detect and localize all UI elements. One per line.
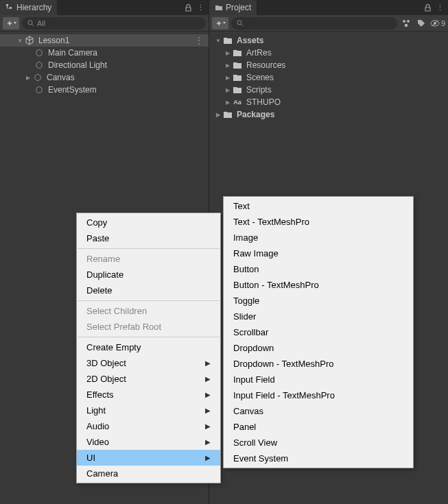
submenu-slider[interactable]: Slider [224, 309, 413, 324]
menu-create-empty[interactable]: Create Empty [77, 339, 220, 355]
submenu-scroll-view[interactable]: Scroll View [224, 435, 413, 451]
gameobject-label: Main Camera [48, 48, 97, 58]
submenu-raw-image[interactable]: Raw Image [224, 245, 413, 261]
menu-2d-object[interactable]: 2D Object▶ [77, 371, 220, 387]
menu-ui[interactable]: UI▶ [77, 450, 220, 466]
folder-icon [223, 110, 233, 119]
menu-3d-object[interactable]: 3D Object▶ [77, 355, 220, 371]
menu-separator [78, 300, 220, 301]
gameobject-icon [34, 60, 44, 70]
hidden-count[interactable]: 9 [430, 19, 445, 27]
foldout-icon[interactable]: ▶ [224, 87, 231, 93]
folder-row[interactable]: ▶ ArtRes [209, 47, 448, 59]
folder-row[interactable]: ▶ Resources [209, 59, 448, 71]
submenu-text-tmp[interactable]: Text - TextMeshPro [224, 214, 413, 230]
chevron-right-icon: ▶ [205, 391, 211, 398]
foldout-icon[interactable]: ▶ [224, 75, 231, 81]
svg-point-3 [237, 21, 241, 25]
submenu-event-system[interactable]: Event System [224, 451, 413, 466]
menu-light[interactable]: Light▶ [77, 403, 220, 418]
more-icon[interactable]: ⋮ [194, 35, 204, 46]
folder-icon [233, 48, 242, 58]
search-text: All [37, 19, 45, 27]
gameobject-icon [34, 48, 44, 58]
menu-video[interactable]: Video▶ [77, 434, 220, 450]
font-asset-row[interactable]: ▶ Aa STHUPO [209, 96, 448, 108]
foldout-icon[interactable]: ▼ [215, 38, 222, 44]
menu-icon[interactable]: ⋮ [196, 3, 204, 12]
eye-off-icon [430, 20, 440, 27]
submenu-input-field[interactable]: Input Field [224, 372, 413, 387]
gameobject-row[interactable]: Main Camera [0, 47, 209, 59]
unity-scene-icon [25, 36, 34, 45]
svg-point-5 [407, 20, 410, 23]
folder-label: Packages [237, 110, 274, 119]
project-tab-bar: Project ⋮ [209, 0, 448, 15]
hierarchy-tab[interactable]: Hierarchy [0, 0, 57, 15]
chevron-right-icon: ▶ [205, 422, 211, 430]
menu-rename: Rename [77, 251, 220, 267]
gameobject-icon [33, 73, 43, 82]
folder-icon [233, 85, 242, 95]
hierarchy-search[interactable]: All [22, 17, 206, 29]
submenu-text[interactable]: Text [224, 198, 413, 214]
hierarchy-context-menu: Copy Paste Rename Duplicate Delete Selec… [76, 213, 221, 483]
scene-label: Lesson1 [38, 36, 69, 45]
project-search[interactable] [231, 17, 397, 29]
folder-label: ArtRes [246, 48, 272, 58]
packages-folder-row[interactable]: ▶ Packages [209, 108, 448, 121]
search-icon [27, 20, 34, 27]
svg-point-4 [403, 20, 405, 23]
menu-paste[interactable]: Paste [77, 230, 220, 246]
menu-delete[interactable]: Delete [77, 283, 220, 298]
foldout-icon[interactable]: ▶ [224, 62, 231, 69]
scene-row[interactable]: ▼ Lesson1 ⋮ [0, 34, 209, 47]
folder-row[interactable]: ▶ Scripts [209, 84, 448, 96]
folder-label: Assets [237, 36, 263, 45]
foldout-icon[interactable]: ▶ [224, 50, 231, 56]
folder-row[interactable]: ▶ Scenes [209, 71, 448, 84]
project-tab[interactable]: Project [209, 0, 257, 15]
project-tab-label: Project [226, 3, 251, 12]
submenu-button[interactable]: Button [224, 261, 413, 277]
foldout-icon[interactable]: ▶ [215, 112, 222, 118]
chevron-right-icon: ▶ [205, 375, 211, 383]
add-button[interactable] [212, 17, 228, 29]
folder-label: Resources [246, 60, 285, 70]
gameobject-icon [34, 85, 44, 95]
folder-label: Scenes [246, 73, 274, 82]
submenu-scrollbar[interactable]: Scrollbar [224, 324, 413, 340]
menu-duplicate[interactable]: Duplicate [77, 267, 220, 283]
gameobject-row[interactable]: EventSystem [0, 84, 209, 96]
hidden-count-value: 9 [441, 19, 445, 27]
filter-type-icon[interactable] [400, 17, 412, 29]
submenu-toggle[interactable]: Toggle [224, 293, 413, 309]
chevron-right-icon: ▶ [205, 438, 211, 446]
project-toolbar: 9 [209, 15, 448, 32]
lock-icon[interactable] [184, 3, 192, 12]
menu-icon[interactable]: ⋮ [436, 3, 444, 12]
gameobject-row[interactable]: Directional Light [0, 59, 209, 71]
menu-copy[interactable]: Copy [77, 215, 220, 230]
filter-label-icon[interactable] [415, 17, 427, 29]
foldout-icon[interactable]: ▶ [25, 75, 32, 81]
menu-camera[interactable]: Camera [77, 466, 220, 481]
submenu-dropdown[interactable]: Dropdown [224, 340, 413, 356]
folder-icon [215, 3, 223, 12]
submenu-dropdown-tmp[interactable]: Dropdown - TextMeshPro [224, 356, 413, 372]
chevron-right-icon: ▶ [205, 454, 211, 461]
add-button[interactable] [3, 17, 19, 29]
submenu-canvas[interactable]: Canvas [224, 403, 413, 419]
menu-effects[interactable]: Effects▶ [77, 387, 220, 403]
foldout-icon[interactable]: ▼ [16, 38, 23, 44]
folder-icon [233, 73, 242, 82]
menu-audio[interactable]: Audio▶ [77, 418, 220, 434]
lock-icon[interactable] [423, 3, 432, 12]
submenu-button-tmp[interactable]: Button - TextMeshPro [224, 277, 413, 293]
gameobject-row[interactable]: ▶ Canvas [0, 71, 209, 84]
assets-folder-row[interactable]: ▼ Assets [209, 34, 448, 47]
submenu-input-field-tmp[interactable]: Input Field - TextMeshPro [224, 387, 413, 403]
submenu-panel[interactable]: Panel [224, 419, 413, 435]
foldout-icon[interactable]: ▶ [224, 99, 231, 106]
submenu-image[interactable]: Image [224, 230, 413, 245]
